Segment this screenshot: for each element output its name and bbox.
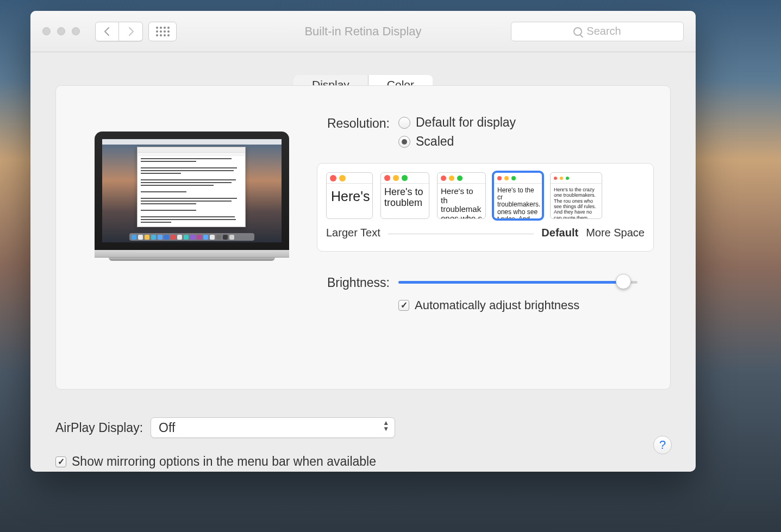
scale-label-right: More Space [586,227,645,239]
mirror-checkbox-label: Show mirroring options in the menu bar w… [72,454,376,469]
checkbox-label: Automatically adjust brightness [415,298,579,312]
laptop-icon [95,132,289,261]
resolution-scaled-radio[interactable]: Scaled [398,134,654,149]
search-input[interactable]: Search [511,22,684,41]
window-controls [42,27,80,35]
scale-option-default[interactable]: Here's to the cr troublemakers. ones who… [493,172,542,219]
search-placeholder: Search [586,25,621,37]
airplay-value: Off [159,421,175,435]
scale-option-2[interactable]: Here's to troublem [380,172,429,219]
display-preview [72,115,311,365]
slider-fill [398,281,623,284]
radio-label: Default for display [416,115,516,130]
scale-label-default: Default [541,227,578,239]
display-panel: Resolution: Default for display Scaled [55,85,671,390]
stepper-icon: ▲▼ [383,420,389,432]
radio-icon [398,136,410,148]
nav-buttons [95,22,143,41]
chevron-right-icon [127,27,135,36]
airplay-label: AirPlay Display: [55,421,143,435]
close-icon[interactable] [42,27,51,35]
minimize-icon[interactable] [57,27,65,35]
help-icon: ? [659,438,666,452]
auto-brightness-checkbox[interactable]: Automatically adjust brightness [398,298,654,312]
checkbox-icon [398,300,409,311]
scale-sample-text: Here's to th troublemak ones who s [438,184,485,219]
preferences-window: Built-in Retina Display Search Display C… [30,11,696,472]
search-icon [573,27,582,36]
airplay-select[interactable]: Off ▲▼ [151,417,395,438]
scale-option-1[interactable]: Here's [326,172,373,219]
radio-icon [398,117,410,129]
scale-sample-text: Here's to the crazy one troublemakers. T… [551,184,602,219]
brightness-label: Brightness: [317,274,398,290]
back-button[interactable] [95,22,119,41]
scale-sample-text: Here's to the cr troublemakers. ones who… [494,184,542,219]
grid-icon [156,27,170,36]
resolution-label: Resolution: [317,115,398,131]
zoom-icon[interactable] [72,27,80,35]
bottom-area: AirPlay Display: Off ▲▼ Show mirroring o… [30,399,696,469]
help-button[interactable]: ? [653,436,672,454]
radio-label: Scaled [416,134,454,149]
scale-option-5[interactable]: Here's to the crazy one troublemakers. T… [550,172,602,219]
scale-label-left: Larger Text [326,227,380,239]
brightness-slider[interactable] [398,277,638,287]
scale-sample-text: Here's [327,184,372,210]
scale-sample-text: Here's to troublem [381,184,429,212]
chevron-left-icon [103,27,111,36]
checkbox-icon [55,456,66,467]
scale-option-3[interactable]: Here's to th troublemak ones who s [437,172,486,219]
resolution-default-radio[interactable]: Default for display [398,115,654,130]
settings-area: Resolution: Default for display Scaled [311,115,654,365]
show-all-button[interactable] [148,22,177,41]
titlebar: Built-in Retina Display Search [30,11,696,52]
forward-button[interactable] [119,22,143,41]
scale-track-line [388,225,534,234]
scaled-resolutions: Here's Here's to troublem Here's to th t… [317,163,654,252]
slider-knob-icon[interactable] [616,274,631,289]
